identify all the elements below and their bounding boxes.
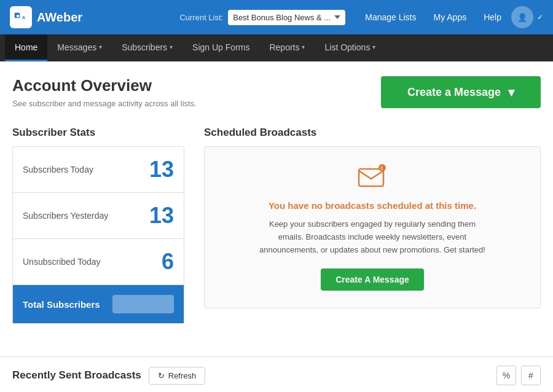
- broadcast-warning-icon: !: [219, 164, 525, 194]
- right-column: Scheduled Broadcasts ! You have no broad…: [204, 127, 541, 324]
- stat-value-unsubscribed: 6: [162, 249, 174, 275]
- bottom-bar: Recently Sent Broadcasts ↻ Refresh % #: [0, 356, 553, 392]
- stat-row-today: Subscribers Today 13: [13, 147, 184, 193]
- broadcasts-box: ! You have no broadcasts scheduled at th…: [204, 146, 541, 308]
- current-list-label: Current List:: [179, 13, 223, 22]
- top-nav-links: Manage Lists My Apps Help 👤 ✓: [358, 6, 543, 28]
- list-options-chevron-icon: ▾: [372, 44, 375, 50]
- stat-value-yesterday: 13: [149, 203, 174, 229]
- stats-table: Subscribers Today 13 Subscribers Yesterd…: [12, 146, 184, 324]
- hash-icon-button[interactable]: #: [521, 366, 541, 385]
- nav-item-messages[interactable]: Messages ▾: [47, 34, 112, 61]
- percent-icon-button[interactable]: %: [496, 366, 516, 385]
- refresh-icon: ↻: [158, 371, 165, 380]
- help-link[interactable]: Help: [476, 9, 509, 26]
- stat-row-unsubscribed: Unsubscribed Today 6: [13, 239, 184, 285]
- current-list-area: Current List: Best Bonus Blog News & ...: [179, 10, 345, 25]
- recently-sent-title: Recently Sent Broadcasts: [12, 369, 141, 382]
- nav-item-list-options[interactable]: List Options ▾: [315, 34, 385, 61]
- nav-item-reports[interactable]: Reports ▾: [259, 34, 315, 61]
- current-list-select[interactable]: Best Bonus Blog News & ...: [228, 10, 345, 25]
- create-message-button[interactable]: Create a Message ▾: [381, 76, 541, 108]
- left-column: Subscriber Stats Subscribers Today 13 Su…: [12, 127, 184, 324]
- stat-label-yesterday: Subscribers Yesterday: [23, 211, 108, 221]
- page-title: Account Overview: [12, 76, 197, 95]
- broadcasts-desc-text: Keep your subscribers engaged by regular…: [256, 218, 489, 256]
- page-header: Account Overview See subscriber and mess…: [12, 76, 197, 108]
- scheduled-broadcasts-title: Scheduled Broadcasts: [204, 127, 541, 139]
- nav-item-subscribers[interactable]: Subscribers ▾: [112, 34, 182, 61]
- stat-value-today: 13: [149, 157, 174, 182]
- svg-text:!: !: [381, 165, 383, 171]
- checkmark-icon: ✓: [537, 13, 543, 22]
- broadcasts-warning-text: You have no broadcasts scheduled at this…: [219, 200, 525, 211]
- broadcasts-create-message-button[interactable]: Create A Message: [321, 269, 424, 291]
- aweber-logo-icon: A: [10, 6, 32, 28]
- main-content: Account Overview See subscriber and mess…: [0, 61, 553, 356]
- stat-label-total: Total Subscribers: [23, 299, 100, 310]
- subscribers-chevron-icon: ▾: [170, 44, 173, 50]
- svg-text:A: A: [22, 15, 25, 20]
- top-nav: A AWeber Current List: Best Bonus Blog N…: [0, 0, 553, 34]
- second-nav: Home Messages ▾ Subscribers ▾ Sign Up Fo…: [0, 34, 553, 61]
- nav-item-signup-forms[interactable]: Sign Up Forms: [182, 34, 259, 61]
- refresh-button[interactable]: ↻ Refresh: [149, 367, 206, 385]
- total-value-box: [112, 295, 174, 313]
- logo-text: AWeber: [37, 10, 82, 25]
- header-row: Account Overview See subscriber and mess…: [12, 76, 541, 108]
- stat-label-unsubscribed: Unsubscribed Today: [23, 257, 101, 267]
- bottom-icons: % #: [496, 366, 541, 385]
- manage-lists-link[interactable]: Manage Lists: [358, 9, 423, 26]
- user-avatar[interactable]: 👤: [511, 6, 533, 28]
- subscriber-stats-title: Subscriber Stats: [12, 127, 184, 139]
- stat-row-yesterday: Subscribers Yesterday 13: [13, 193, 184, 239]
- svg-rect-1: [17, 15, 19, 17]
- stat-label-today: Subscribers Today: [23, 165, 93, 174]
- svg-rect-3: [359, 169, 383, 186]
- bottom-left: Recently Sent Broadcasts ↻ Refresh: [12, 367, 205, 385]
- nav-item-home[interactable]: Home: [5, 34, 47, 61]
- my-apps-link[interactable]: My Apps: [426, 9, 474, 26]
- create-message-chevron-icon: ▾: [508, 85, 514, 100]
- reports-chevron-icon: ▾: [302, 44, 305, 50]
- page-subtitle: See subscriber and message activity acro…: [12, 99, 197, 108]
- stat-row-total: Total Subscribers: [13, 285, 184, 323]
- logo-area[interactable]: A AWeber: [10, 6, 82, 28]
- messages-chevron-icon: ▾: [99, 44, 102, 50]
- two-col-layout: Subscriber Stats Subscribers Today 13 Su…: [12, 127, 541, 324]
